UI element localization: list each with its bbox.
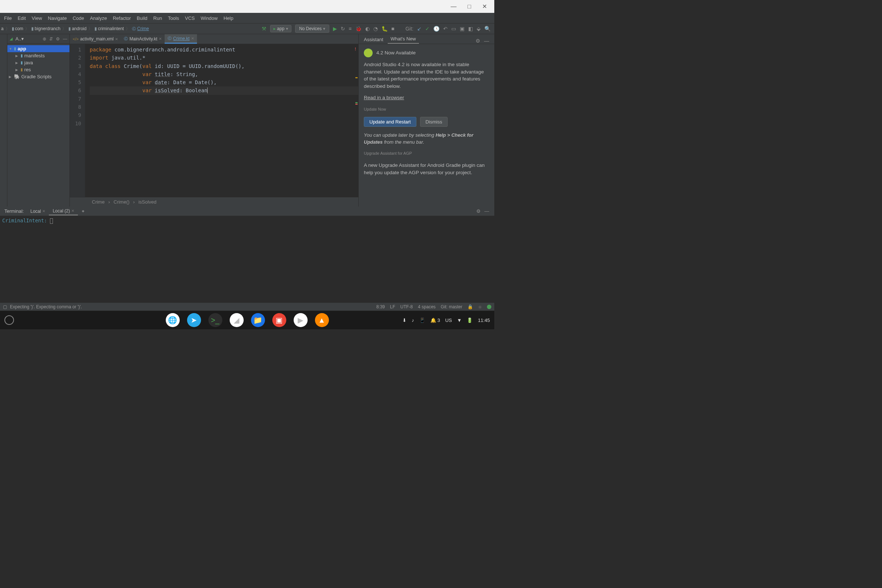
tray-lang[interactable]: US: [446, 318, 452, 323]
breadcrumb-item[interactable]: Ⓒ Crime: [132, 26, 149, 32]
panel-hide-icon[interactable]: —: [484, 38, 489, 44]
stop-icon[interactable]: ■: [392, 26, 394, 32]
menu-code[interactable]: Code: [70, 15, 87, 22]
menu-window[interactable]: Window: [198, 15, 220, 22]
read-in-browser-link[interactable]: Read in a browser: [364, 94, 404, 101]
crumb-class[interactable]: Crime: [92, 199, 105, 205]
tab-assistant[interactable]: Assistant: [361, 35, 386, 44]
cube-icon[interactable]: ⬙: [477, 26, 481, 32]
status-indent[interactable]: 4 spaces: [418, 304, 435, 309]
settings-icon[interactable]: ⚙: [56, 36, 60, 42]
tree-item-manifests[interactable]: ▶▮manifests: [8, 52, 69, 59]
close-tab-icon[interactable]: ✕: [115, 37, 118, 41]
editor-body[interactable]: 12345678910 package com.bignerdranch.and…: [70, 44, 358, 197]
status-process-indicator-icon[interactable]: [487, 304, 491, 309]
launcher-icon[interactable]: [4, 315, 14, 325]
debug-icon[interactable]: 🐞: [356, 26, 362, 32]
profiler-icon[interactable]: ◔: [374, 26, 378, 32]
tray-battery-icon[interactable]: 🔋: [467, 318, 472, 323]
menu-tools[interactable]: Tools: [165, 15, 182, 22]
menu-build[interactable]: Build: [134, 15, 150, 22]
tray-phone-icon[interactable]: 📱: [419, 318, 425, 323]
error-stripe[interactable]: [355, 44, 358, 197]
status-tool-windows-icon[interactable]: ▢: [3, 304, 7, 309]
apply-changes-icon[interactable]: ↻: [340, 26, 345, 32]
left-tool-strip[interactable]: [0, 34, 8, 207]
tree-item-res[interactable]: ▶▮res: [8, 66, 69, 73]
menu-vcs[interactable]: VCS: [182, 15, 197, 22]
crumb-ctor[interactable]: Crime(): [114, 199, 129, 205]
collapse-icon[interactable]: ⇵: [49, 36, 53, 42]
window-maximize-icon[interactable]: □: [468, 3, 471, 10]
breadcrumb-item[interactable]: ▮criminalintent: [94, 26, 124, 32]
menu-navigate[interactable]: Navigate: [45, 15, 69, 22]
avd-manager-icon[interactable]: ▭: [451, 26, 456, 32]
breadcrumb-item[interactable]: a: [1, 26, 4, 32]
tray-download-icon[interactable]: ⬇: [402, 318, 406, 323]
run-config-dropdown[interactable]: ▸app ▾: [270, 25, 291, 32]
apply-code-icon[interactable]: ≡: [349, 26, 352, 32]
menu-analyze[interactable]: Analyze: [87, 15, 110, 22]
editor-breadcrumb[interactable]: Crime› Crime()› isSolved: [70, 197, 358, 207]
menu-run[interactable]: Run: [151, 15, 165, 22]
panel-settings-icon[interactable]: ⚙: [476, 38, 480, 44]
git-rollback-icon[interactable]: ↶: [443, 26, 448, 32]
tree-item-java[interactable]: ▶▮java: [8, 59, 69, 66]
project-view-dropdown[interactable]: A..▾: [15, 36, 24, 42]
menu-file[interactable]: File: [2, 15, 14, 22]
vlc-icon[interactable]: ▲: [315, 313, 329, 327]
sdk-manager-icon[interactable]: ▣: [460, 26, 465, 32]
breadcrumb[interactable]: a〉▮com〉▮bignerdranch〉▮android〉▮criminali…: [0, 26, 149, 32]
update-and-restart-button[interactable]: Update and Restart: [364, 117, 416, 127]
menu-edit[interactable]: Edit: [15, 15, 28, 22]
resource-manager-icon[interactable]: ◧: [468, 26, 473, 32]
close-tab-icon[interactable]: ✕: [191, 36, 194, 40]
editor-tab[interactable]: ⒸMainActivity.kt✕: [121, 34, 165, 44]
terminal-tab-local[interactable]: Local ✕: [27, 208, 49, 215]
status-git-branch[interactable]: Git: master: [441, 304, 462, 309]
terminal-settings-icon[interactable]: ⚙: [476, 208, 481, 214]
attach-debugger-icon[interactable]: 🐛: [381, 26, 388, 32]
editor-tab[interactable]: ⒸCrime.kt✕: [165, 34, 197, 44]
tray-wifi-icon[interactable]: ▼: [457, 318, 462, 323]
git-update-icon[interactable]: ↙: [417, 26, 422, 32]
menu-view[interactable]: View: [29, 15, 45, 22]
device-dropdown[interactable]: No Devices ▾: [295, 25, 329, 33]
tab-whats-new[interactable]: What's New: [388, 34, 419, 44]
chrome-icon[interactable]: 🌐: [166, 313, 180, 327]
tray-music-icon[interactable]: ♪: [412, 318, 414, 323]
breadcrumb-item[interactable]: ▮android: [68, 26, 87, 32]
play-store-icon[interactable]: ▶: [294, 313, 308, 327]
hide-icon[interactable]: —: [63, 36, 67, 42]
project-tree[interactable]: ▼▮app ▶▮manifests ▶▮java ▶▮res ▶🐘Gradle …: [8, 44, 69, 82]
window-close-icon[interactable]: ✕: [482, 3, 487, 10]
build-hammer-icon[interactable]: ⚒: [262, 26, 266, 32]
status-lock-icon[interactable]: 🔒: [468, 304, 473, 309]
terminal-body[interactable]: CriminalIntent:: [0, 216, 494, 303]
breadcrumb-item[interactable]: ▮com: [11, 26, 24, 32]
git-commit-icon[interactable]: ✓: [425, 26, 430, 32]
menu-help[interactable]: Help: [221, 15, 236, 22]
run-icon[interactable]: ▶: [333, 26, 337, 32]
tray-clock[interactable]: 11:45: [478, 318, 490, 323]
code-area[interactable]: package com.bignerdranch.android.crimina…: [85, 44, 358, 197]
status-encoding[interactable]: UTF-8: [400, 304, 413, 309]
status-shield-icon[interactable]: ◉: [478, 304, 482, 309]
tree-item-gradle[interactable]: ▶🐘Gradle Scripts: [8, 73, 69, 80]
android-studio-icon[interactable]: ◢: [230, 313, 244, 327]
breadcrumb-item[interactable]: ▮bignerdranch: [31, 26, 61, 32]
search-everywhere-icon[interactable]: 🔍: [484, 26, 490, 32]
crumb-prop[interactable]: isSolved: [138, 199, 156, 205]
status-caret-pos[interactable]: 8:39: [376, 304, 385, 309]
dismiss-button[interactable]: Dismiss: [420, 117, 448, 127]
screenshot-icon[interactable]: ▣: [272, 313, 286, 327]
tree-root-app[interactable]: ▼▮app: [8, 45, 69, 52]
menu-refactor[interactable]: Refactor: [110, 15, 134, 22]
files-icon[interactable]: 📁: [251, 313, 265, 327]
editor-tab[interactable]: </>activity_main.xml✕: [70, 35, 121, 44]
git-history-icon[interactable]: 🕓: [433, 26, 440, 32]
terminal-hide-icon[interactable]: —: [484, 208, 489, 214]
locate-icon[interactable]: ⊕: [43, 36, 46, 42]
tray-notif-icon[interactable]: 🔔 3: [430, 318, 440, 323]
terminal-app-icon[interactable]: >_: [208, 313, 222, 327]
